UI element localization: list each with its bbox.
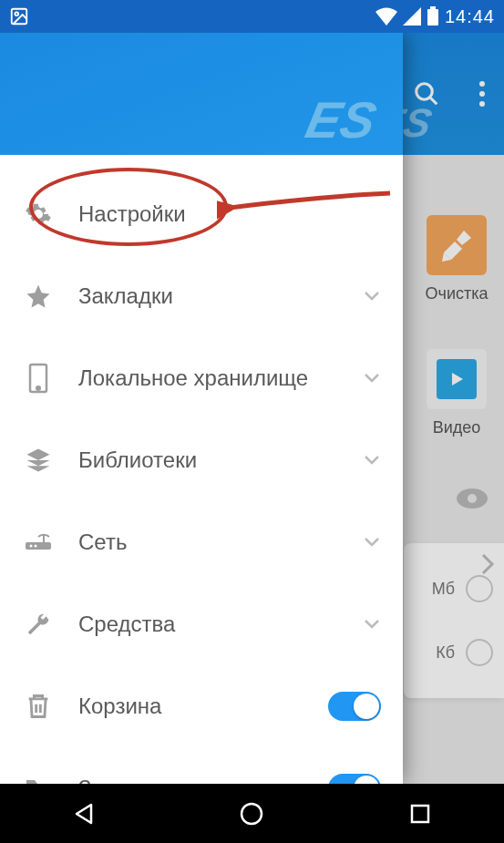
svg-point-1 xyxy=(15,12,18,15)
side-card[interactable]: Мб Кб xyxy=(404,543,504,698)
svg-point-11 xyxy=(36,386,40,390)
router-icon xyxy=(22,531,55,553)
svg-point-14 xyxy=(35,545,37,548)
star-icon xyxy=(22,283,55,310)
drawer-header: ES xyxy=(0,33,403,155)
folder-icon xyxy=(22,776,55,784)
drawer-item-network[interactable]: Сеть xyxy=(0,501,403,583)
drawer-item-settings[interactable]: Настройки xyxy=(0,173,403,255)
svg-rect-2 xyxy=(427,9,438,26)
drawer-item-foldericon[interactable]: Значок на папке xyxy=(0,747,403,784)
picture-icon xyxy=(9,6,29,26)
chevron-down-icon xyxy=(363,536,381,549)
back-button[interactable] xyxy=(57,796,111,832)
side-card-row: Мб xyxy=(432,575,493,602)
svg-point-7 xyxy=(479,101,485,107)
chevron-right-icon xyxy=(480,552,495,576)
toggle-trash[interactable] xyxy=(328,692,381,721)
more-vertical-icon[interactable] xyxy=(478,80,486,108)
drawer-item-bookmarks[interactable]: Закладки xyxy=(0,255,403,337)
phone-icon xyxy=(22,363,55,394)
toggle-foldericon[interactable] xyxy=(328,774,381,784)
tile-clean[interactable]: Очистка xyxy=(422,215,491,303)
drawer-item-label: Корзина xyxy=(78,694,304,719)
svg-point-6 xyxy=(479,91,485,97)
navigation-drawer: ES НастройкиЗакладкиЛокальное хранилищеБ… xyxy=(0,33,403,784)
eye-icon[interactable] xyxy=(457,488,488,509)
broom-icon xyxy=(438,227,475,263)
drawer-item-libraries[interactable]: Библиотеки xyxy=(0,419,403,501)
drawer-item-label: Настройки xyxy=(78,201,381,227)
drawer-item-label: Библиотеки xyxy=(78,447,339,473)
drawer-item-tools[interactable]: Средства xyxy=(0,583,403,665)
chevron-down-icon xyxy=(363,618,381,631)
chevron-down-icon xyxy=(363,290,381,303)
tile-video[interactable]: Видео xyxy=(422,349,491,437)
svg-point-16 xyxy=(242,804,262,824)
status-clock: 14:44 xyxy=(445,6,495,27)
gear-icon xyxy=(22,200,55,228)
svg-rect-17 xyxy=(412,806,428,822)
battery-icon xyxy=(427,6,439,26)
drawer-item-label: Локальное хранилище xyxy=(78,365,339,391)
svg-point-9 xyxy=(468,494,477,503)
svg-point-4 xyxy=(417,84,433,100)
tile-clean-label: Очистка xyxy=(426,284,489,303)
cell-signal-icon xyxy=(403,7,421,26)
play-icon xyxy=(437,359,477,399)
home-button[interactable] xyxy=(224,796,279,832)
wrench-icon xyxy=(22,611,55,638)
drawer-item-label: Значок на папке xyxy=(78,776,304,784)
layers-icon xyxy=(22,447,55,474)
drawer-list: НастройкиЗакладкиЛокальное хранилищеБибл… xyxy=(0,155,403,784)
system-navbar xyxy=(0,784,504,843)
es-logo: ES xyxy=(301,90,382,149)
trash-icon xyxy=(22,693,55,720)
svg-rect-12 xyxy=(26,542,51,550)
wifi-icon xyxy=(375,7,397,26)
recents-button[interactable] xyxy=(393,796,447,832)
svg-point-13 xyxy=(30,545,33,548)
chevron-down-icon xyxy=(363,454,381,467)
drawer-item-local[interactable]: Локальное хранилище xyxy=(0,337,403,419)
drawer-item-label: Сеть xyxy=(78,529,339,555)
drawer-item-trash[interactable]: Корзина xyxy=(0,665,403,747)
drawer-item-label: Закладки xyxy=(78,283,339,309)
svg-rect-3 xyxy=(430,6,436,9)
side-card-row: Кб xyxy=(436,639,493,666)
status-bar: 14:44 xyxy=(0,0,504,33)
chevron-down-icon xyxy=(363,372,381,385)
tile-video-label: Видео xyxy=(433,418,481,437)
drawer-item-label: Средства xyxy=(78,612,339,637)
svg-point-5 xyxy=(479,81,485,87)
